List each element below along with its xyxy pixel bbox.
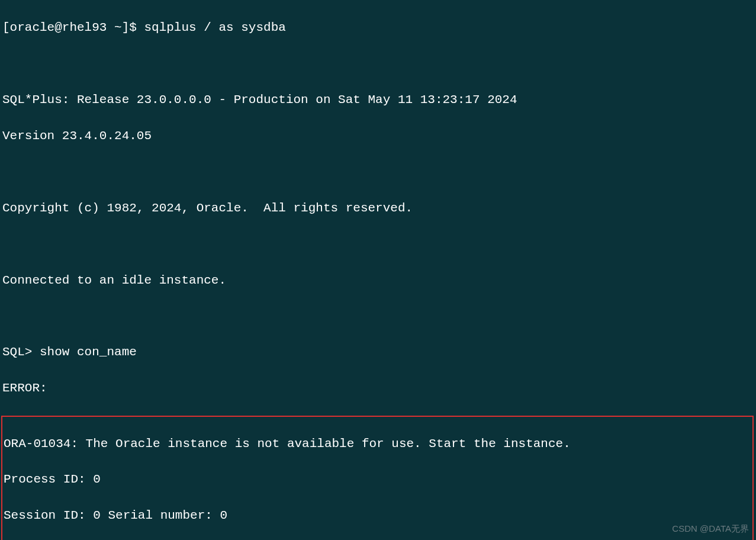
sql-command-line: SQL> show con_name	[2, 343, 754, 361]
blank-line	[2, 55, 754, 73]
ora-error-line: ORA-01034: The Oracle instance is not av…	[4, 435, 751, 453]
copyright-line: Copyright (c) 1982, 2024, Oracle. All ri…	[2, 200, 754, 217]
blank-line	[2, 163, 754, 181]
terminal-output[interactable]: [oracle@rhel93 ~]$ sqlplus / as sysdba S…	[2, 1, 754, 540]
error-label: ERROR:	[2, 380, 754, 397]
sqlplus-banner-line2: Version 23.4.0.24.05	[2, 127, 754, 145]
watermark-text: CSDN @DATA无界	[672, 522, 749, 535]
sqlplus-banner-line1: SQL*Plus: Release 23.0.0.0.0 - Productio…	[2, 91, 754, 109]
error-highlight-box: ORA-01034: The Oracle instance is not av…	[1, 416, 754, 540]
blank-line	[2, 236, 754, 253]
process-id-line: Process ID: 0	[4, 471, 751, 488]
shell-prompt-line: [oracle@rhel93 ~]$ sqlplus / as sysdba	[2, 19, 754, 37]
blank-line	[2, 307, 754, 325]
connected-line: Connected to an idle instance.	[2, 272, 754, 290]
session-id-line: Session ID: 0 Serial number: 0	[4, 507, 751, 525]
